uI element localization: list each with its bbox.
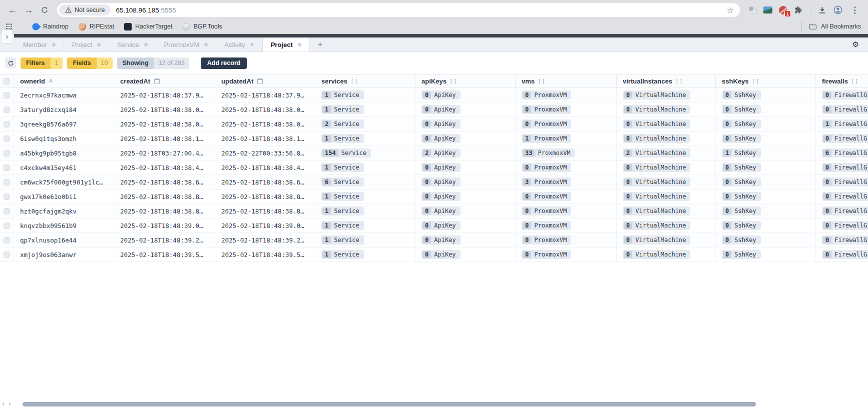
- cell-ownerId[interactable]: 3qreekg8576a697: [14, 117, 114, 131]
- cell-vms[interactable]: 0ProxmoxVM: [516, 117, 617, 131]
- cell-services[interactable]: 1Service: [315, 160, 415, 174]
- tab-activity[interactable]: Activity×: [216, 38, 262, 52]
- cell-updatedAt[interactable]: 2025-02-18T18:48:38.0…: [215, 117, 315, 131]
- extension-blocker-icon[interactable]: 1: [778, 5, 788, 15]
- profile-button[interactable]: [830, 2, 845, 18]
- cell-vms[interactable]: 0ProxmoxVM: [516, 204, 617, 218]
- cell-updatedAt[interactable]: 2025-02-18T18:48:38.0…: [215, 102, 315, 116]
- cell-sshKeys[interactable]: 0SshKey: [716, 88, 816, 102]
- extension-proxy-icon[interactable]: [748, 5, 758, 15]
- all-bookmarks-button[interactable]: All Bookmarks: [801, 22, 861, 32]
- tab-service[interactable]: Service: [109, 38, 156, 52]
- cell-createdAt[interactable]: 2025-02-18T18:48:39.2…: [114, 233, 215, 247]
- cell-virtualInstances[interactable]: 0VirtualMachine: [617, 204, 716, 218]
- cell-updatedAt[interactable]: 2025-02-18T18:48:37.9…: [215, 88, 315, 102]
- cell-sshKeys[interactable]: 1SshKey: [716, 146, 816, 160]
- cell-services[interactable]: 6Service: [315, 175, 415, 189]
- cell-firewalls[interactable]: 0FirewallGr: [816, 175, 868, 189]
- cell-firewalls[interactable]: 0FirewallGr: [816, 102, 868, 116]
- cell-createdAt[interactable]: 2025-02-18T18:48:37.9…: [114, 88, 215, 102]
- cell-updatedAt[interactable]: 2025-02-18T18:48:39.2…: [215, 233, 315, 247]
- cell-firewalls[interactable]: 0FirewallGr: [816, 204, 868, 218]
- cell-services[interactable]: 2Service: [315, 117, 415, 131]
- cell-vms[interactable]: 0ProxmoxVM: [516, 233, 617, 247]
- cell-firewalls[interactable]: 0FirewallGr: [816, 233, 868, 247]
- cell-apiKeys[interactable]: 0ApiKey: [415, 233, 516, 247]
- row-checkbox[interactable]: [4, 194, 10, 200]
- cell-firewalls[interactable]: 0FirewallGr: [816, 190, 868, 204]
- cell-sshKeys[interactable]: 0SshKey: [716, 160, 816, 174]
- settings-button[interactable]: ⚙: [852, 38, 859, 52]
- cell-ownerId[interactable]: 3aturyd8zcxqi84: [14, 102, 114, 116]
- cell-services[interactable]: 1Service: [315, 88, 415, 102]
- row-checkbox[interactable]: [4, 92, 10, 98]
- bookmark-raindrop[interactable]: Raindrop: [27, 22, 74, 32]
- cell-ownerId[interactable]: xmjoj9os063anwr: [14, 248, 114, 262]
- cell-updatedAt[interactable]: 2025-02-18T18:48:38.1…: [215, 132, 315, 146]
- security-chip[interactable]: Not secure: [59, 4, 111, 16]
- new-tab-button[interactable]: +: [310, 38, 330, 52]
- cell-sshKeys[interactable]: 0SshKey: [716, 117, 816, 131]
- add-record-button[interactable]: Add record: [201, 58, 247, 69]
- reload-button[interactable]: [37, 2, 52, 18]
- row-checkbox[interactable]: [4, 136, 10, 142]
- cell-services[interactable]: 1Service: [315, 248, 415, 262]
- cell-sshKeys[interactable]: 0SshKey: [716, 233, 816, 247]
- cell-virtualInstances[interactable]: 0VirtualMachine: [617, 117, 716, 131]
- cell-vms[interactable]: 1ProxmoxVM: [516, 132, 617, 146]
- tab-project-active[interactable]: Project: [263, 38, 310, 52]
- cell-sshKeys[interactable]: 0SshKey: [716, 248, 816, 262]
- column-header-services[interactable]: services[ ]: [315, 74, 415, 88]
- cell-apiKeys[interactable]: 0ApiKey: [415, 204, 516, 218]
- cell-ownerId[interactable]: knqvzbbx09561b9: [14, 218, 114, 232]
- downloads-button[interactable]: [814, 2, 829, 18]
- cell-apiKeys[interactable]: 0ApiKey: [415, 175, 516, 189]
- sidebar-expand-button[interactable]: ›: [2, 30, 13, 43]
- cell-createdAt[interactable]: 2025-02-18T18:48:39.0…: [114, 218, 215, 232]
- tab-member[interactable]: Member: [15, 38, 64, 52]
- cell-services[interactable]: 1Service: [315, 218, 415, 232]
- forward-button[interactable]: →: [21, 2, 36, 18]
- cell-services[interactable]: 1Service: [315, 190, 415, 204]
- row-checkbox[interactable]: [4, 252, 10, 258]
- cell-ownerId[interactable]: qp7xlnusop16e44: [14, 233, 114, 247]
- column-header-vms[interactable]: vms[ ]: [516, 74, 617, 88]
- cell-vms[interactable]: 0ProxmoxVM: [516, 190, 617, 204]
- column-header-ownerId[interactable]: ownerIdA: [14, 74, 114, 88]
- cell-virtualInstances[interactable]: 0VirtualMachine: [617, 218, 716, 232]
- cell-firewalls[interactable]: 0FirewallGr: [816, 160, 868, 174]
- cell-ownerId[interactable]: gwx17k0e61o0bi1: [14, 190, 114, 204]
- cell-virtualInstances[interactable]: 0VirtualMachine: [617, 233, 716, 247]
- cell-vms[interactable]: 3ProxmoxVM: [516, 175, 617, 189]
- cell-apiKeys[interactable]: 0ApiKey: [415, 88, 516, 102]
- cell-vms[interactable]: 0ProxmoxVM: [516, 218, 617, 232]
- cell-services[interactable]: 1Service: [315, 233, 415, 247]
- cell-firewalls[interactable]: 6FirewallGr: [816, 146, 868, 160]
- cell-vms[interactable]: 0ProxmoxVM: [516, 88, 617, 102]
- cell-services[interactable]: 1Service: [315, 132, 415, 146]
- cell-createdAt[interactable]: 2025-02-18T18:48:38.6…: [114, 175, 215, 189]
- cell-updatedAt[interactable]: 2025-02-18T18:48:38.4…: [215, 160, 315, 174]
- back-button[interactable]: ←: [5, 2, 20, 18]
- row-checkbox[interactable]: [4, 106, 10, 113]
- row-checkbox[interactable]: [4, 164, 10, 171]
- cell-updatedAt[interactable]: 2025-02-18T18:48:38.8…: [215, 190, 315, 204]
- cell-vms[interactable]: 0ProxmoxVM: [516, 102, 617, 116]
- cell-apiKeys[interactable]: 0ApiKey: [415, 117, 516, 131]
- scroll-left-button[interactable]: ‹: [0, 401, 7, 408]
- column-header-firewalls[interactable]: firewalls[ ]: [816, 74, 868, 88]
- refresh-button[interactable]: [5, 58, 16, 68]
- cell-firewalls[interactable]: 0FirewallGr: [816, 88, 868, 102]
- cell-ownerId[interactable]: c4xckw4m15ey461: [14, 160, 114, 174]
- filters-button[interactable]: Filters 1: [21, 58, 63, 69]
- cell-createdAt[interactable]: 2025-02-18T18:48:38.1…: [114, 132, 215, 146]
- cell-sshKeys[interactable]: 0SshKey: [716, 190, 816, 204]
- cell-sshKeys[interactable]: 0SshKey: [716, 218, 816, 232]
- cell-createdAt[interactable]: 2025-02-18T18:48:38.4…: [114, 160, 215, 174]
- cell-createdAt[interactable]: 2025-02-18T18:48:39.5…: [114, 248, 215, 262]
- cell-ownerId[interactable]: 6isw0qitqs3omzh: [14, 132, 114, 146]
- column-header-sshKeys[interactable]: sshKeys[ ]: [716, 74, 816, 88]
- cell-firewalls[interactable]: 1FirewallGr: [816, 117, 868, 131]
- cell-services[interactable]: 1Service: [315, 204, 415, 218]
- close-icon[interactable]: ×: [250, 40, 254, 48]
